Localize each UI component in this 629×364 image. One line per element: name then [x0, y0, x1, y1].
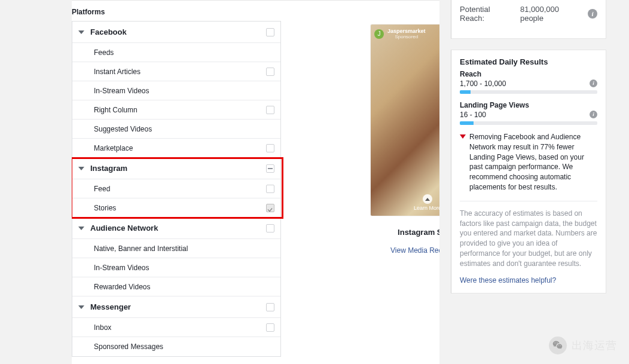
- wechat-icon: [549, 337, 567, 354]
- reach-label: Reach: [460, 70, 597, 78]
- lpv-bar: [460, 121, 597, 125]
- platform-audience-network-label: Audience Network: [90, 224, 274, 233]
- platform-instagram-header[interactable]: Instagram: [72, 158, 280, 179]
- warning-text: Removing Facebook and Audience Network m…: [469, 132, 597, 192]
- preview-cta: Learn More: [371, 194, 439, 211]
- caret-down-icon: [460, 134, 466, 139]
- view-media-requirement-link[interactable]: View Media Requirement: [371, 246, 439, 255]
- checkbox[interactable]: [266, 144, 274, 152]
- reach-value: 1,700 - 10,000: [460, 79, 506, 88]
- checkbox-instagram[interactable]: [266, 164, 274, 173]
- potential-reach-card: Potential Reach: 81,000,000 people i: [451, 0, 606, 39]
- disclaimer-text: The accuracy of estimates is based on fa…: [460, 201, 597, 269]
- potential-reach-value: 81,000,000 people: [520, 5, 584, 23]
- placement-feeds[interactable]: Feeds: [72, 43, 280, 62]
- placement-suggested-videos[interactable]: Suggested Videos: [72, 120, 280, 139]
- chevron-down-icon: [78, 227, 84, 230]
- placement-instant-articles[interactable]: Instant Articles: [72, 62, 280, 81]
- checkbox[interactable]: [266, 106, 274, 114]
- info-icon[interactable]: i: [590, 111, 597, 118]
- estimates-helpful-link[interactable]: Were these estimates helpful?: [460, 276, 597, 285]
- platform-instagram-label: Instagram: [90, 164, 274, 173]
- platform-audience-network-header[interactable]: Audience Network: [72, 218, 280, 239]
- chevron-down-icon: [78, 30, 84, 34]
- preview-phone: J Jaspersmarket Sponsored × Learn More: [371, 25, 439, 216]
- placement-marketplace[interactable]: Marketplace: [72, 139, 280, 158]
- checkbox[interactable]: [266, 323, 274, 332]
- info-icon[interactable]: i: [588, 9, 597, 19]
- wechat-watermark: 出海运营: [549, 337, 617, 354]
- preview-brand: Jaspersmarket Sponsored: [387, 28, 426, 39]
- checkbox[interactable]: [266, 68, 274, 76]
- placements-panel: Platforms Facebook Feeds Instant Article…: [72, 0, 439, 364]
- right-panel: Potential Reach: 81,000,000 people i Est…: [451, 0, 606, 304]
- chevron-down-icon: [78, 167, 84, 170]
- reach-bar: [460, 90, 597, 94]
- chevron-up-icon: [423, 194, 432, 204]
- platform-facebook-header[interactable]: Facebook: [72, 22, 280, 43]
- potential-reach-label: Potential Reach:: [460, 5, 517, 23]
- checkbox-facebook[interactable]: [266, 28, 274, 36]
- preview-caption: Instagram Stories: [371, 228, 439, 237]
- warning-box: Removing Facebook and Audience Network m…: [460, 132, 597, 192]
- avatar-icon: J: [374, 29, 384, 39]
- platform-list: Facebook Feeds Instant Articles In-Strea…: [72, 21, 281, 357]
- preview-column: J Jaspersmarket Sponsored × Learn More I…: [371, 25, 439, 255]
- placement-right-column[interactable]: Right Column: [72, 100, 280, 120]
- preview-header: J Jaspersmarket Sponsored: [374, 28, 426, 39]
- checkbox[interactable]: [266, 204, 274, 212]
- placement-in-stream-videos[interactable]: In-Stream Videos: [72, 81, 280, 100]
- checkbox-audience-network[interactable]: [266, 224, 274, 233]
- platforms-heading: Platforms: [72, 1, 439, 20]
- watermark-text: 出海运营: [572, 338, 617, 353]
- platform-messenger-header[interactable]: Messenger: [72, 296, 280, 318]
- estimated-daily-results-card: Estimated Daily Results Reach 1,700 - 10…: [451, 50, 606, 293]
- chevron-down-icon: [78, 305, 84, 309]
- checkbox[interactable]: [266, 185, 274, 193]
- placement-sponsored-messages[interactable]: Sponsored Messages: [72, 337, 280, 356]
- info-icon[interactable]: i: [590, 79, 597, 87]
- placement-rewarded-videos[interactable]: Rewarded Videos: [72, 277, 280, 296]
- placement-native-banner-interstitial[interactable]: Native, Banner and Interstitial: [72, 239, 280, 258]
- placement-an-in-stream-videos[interactable]: In-Stream Videos: [72, 258, 280, 277]
- lpv-value: 16 - 100: [460, 111, 486, 119]
- platform-facebook-label: Facebook: [90, 27, 274, 36]
- edr-title: Estimated Daily Results: [460, 57, 597, 66]
- placement-inbox[interactable]: Inbox: [72, 318, 280, 337]
- checkbox-messenger[interactable]: [266, 303, 274, 311]
- lpv-label: Landing Page Views: [460, 101, 597, 109]
- placement-instagram-stories[interactable]: Stories: [72, 198, 280, 218]
- platform-messenger-label: Messenger: [90, 302, 274, 311]
- placement-instagram-feed[interactable]: Feed: [72, 179, 280, 198]
